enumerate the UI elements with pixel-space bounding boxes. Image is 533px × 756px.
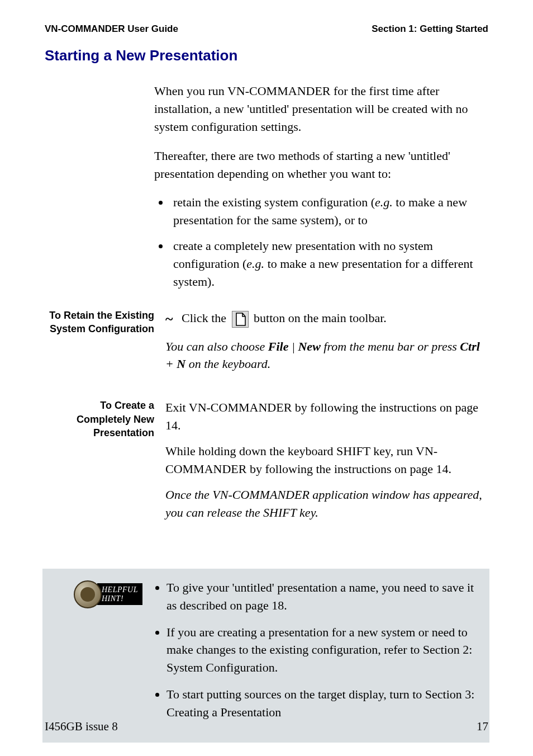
retain-content: ~ Click the button on the main toolbar. … [165, 309, 488, 381]
intro-bullet-2: create a completely new presentation wit… [170, 237, 488, 291]
eg-text: e.g. [246, 257, 264, 271]
intro-bullet-list: retain the existing system configuration… [154, 193, 488, 290]
page-heading: Starting a New Presentation [45, 47, 488, 64]
hint-item-1: To give your 'untitled' presentation a n… [166, 579, 477, 615]
retain-line1-post: button on the main toolbar. [254, 311, 387, 325]
bullet-text: retain the existing system configuration… [173, 195, 375, 209]
helpful-hint-badge: HELPFUL HINT! [74, 579, 146, 610]
text: on the keyboard. [185, 357, 270, 371]
header-right: Section 1: Getting Started [372, 23, 488, 35]
running-header: VN-COMMANDER User Guide Section 1: Getti… [45, 23, 488, 35]
create-content: Exit VN-COMMANDER by following the instr… [165, 399, 488, 529]
hint-badge-label: HELPFUL HINT! [97, 583, 142, 605]
hint-globe-icon [74, 580, 102, 608]
hint-item-3: To start putting sources on the target d… [166, 686, 477, 721]
create-p1: Exit VN-COMMANDER by following the instr… [165, 399, 488, 434]
create-label: To Create a Completely New Presentation [45, 399, 154, 529]
footer-page-number: 17 [477, 720, 488, 734]
badge-line2: HINT! [102, 594, 138, 603]
new-file-toolbar-icon [232, 311, 249, 328]
create-p2: While holding down the keyboard SHIFT ke… [165, 442, 488, 478]
intro-bullet-1: retain the existing system configuration… [170, 193, 488, 229]
text: | [288, 339, 298, 353]
text: from the menu bar or press [321, 339, 460, 353]
tilde-icon: ~ [165, 309, 173, 330]
create-section: To Create a Completely New Presentation … [45, 399, 488, 529]
intro-paragraph-2: Thereafter, there are two methods of sta… [154, 147, 488, 183]
page-content: VN-COMMANDER User Guide Section 1: Getti… [0, 0, 533, 756]
menu-file: File [268, 339, 289, 353]
key-ctrl: Ctrl [460, 339, 479, 353]
hint-item-2: If you are creating a presentation for a… [166, 623, 477, 677]
text: + [165, 357, 177, 371]
text: You can also choose [165, 339, 268, 353]
retain-line1-pre: Click the [182, 311, 226, 325]
page-footer: I456GB issue 8 17 [45, 720, 488, 734]
retain-line2: You can also choose File | New from the … [165, 338, 488, 374]
intro-block: When you run VN-COMMANDER for the first … [154, 82, 488, 291]
menu-new: New [298, 339, 320, 353]
badge-line1: HELPFUL [102, 585, 138, 594]
hint-badge-wrap: HELPFUL HINT! [49, 579, 146, 610]
helpful-hint-box: HELPFUL HINT! To give your 'untitled' pr… [42, 569, 489, 743]
hint-list: To give your 'untitled' presentation a n… [154, 579, 477, 730]
retain-section: To Retain the Existing System Configurat… [45, 309, 488, 381]
key-n: N [177, 357, 185, 371]
eg-text: e.g. [375, 195, 393, 209]
intro-paragraph-1: When you run VN-COMMANDER for the first … [154, 82, 488, 136]
footer-left: I456GB issue 8 [45, 720, 118, 734]
header-left: VN-COMMANDER User Guide [45, 23, 178, 35]
create-p3: Once the VN-COMMANDER application window… [165, 486, 488, 522]
retain-label: To Retain the Existing System Configurat… [45, 309, 154, 381]
